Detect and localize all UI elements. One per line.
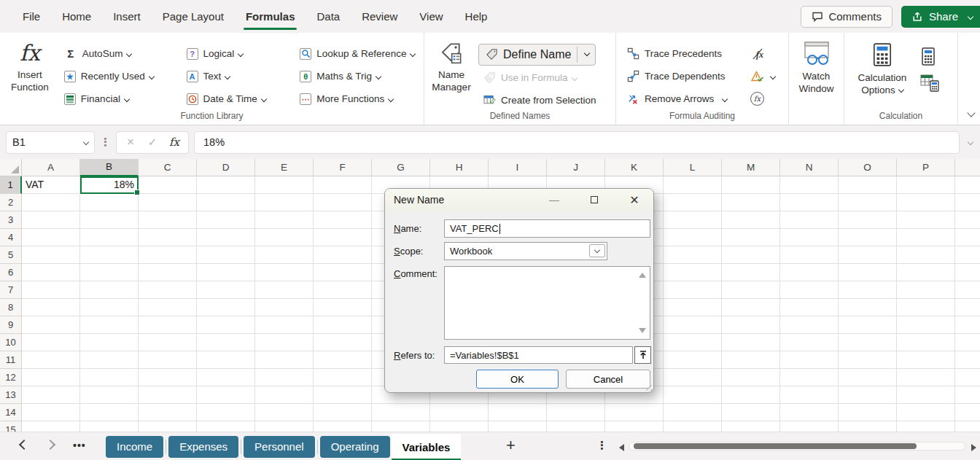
cell-o13[interactable] <box>839 386 897 404</box>
row-header-13[interactable]: 13 <box>0 386 22 404</box>
ribbon-button-lookup-reference[interactable]: Lookup & Reference <box>295 42 424 65</box>
column-header-o[interactable]: O <box>839 159 897 176</box>
cell-f1[interactable] <box>314 176 372 194</box>
ribbon-button-financial[interactable]: Financial <box>60 87 182 110</box>
use-in-formula-button[interactable]: fx Use in Formula <box>478 66 601 89</box>
row-header-7[interactable]: 7 <box>0 281 22 299</box>
cell-n10[interactable] <box>780 334 839 351</box>
row-header-12[interactable]: 12 <box>0 369 22 386</box>
cell-m13[interactable] <box>722 386 780 404</box>
insert-function-fx-button[interactable]: fx <box>163 136 185 149</box>
cell-m5[interactable] <box>722 246 780 264</box>
cell-e5[interactable] <box>255 246 314 264</box>
cell-p7[interactable] <box>897 281 955 299</box>
cell-l3[interactable] <box>664 211 722 229</box>
cell-b12[interactable] <box>80 369 139 386</box>
new-sheet-button[interactable]: + <box>506 437 516 453</box>
cell-b10[interactable] <box>80 334 139 351</box>
dialog-close-button[interactable]: ✕ <box>620 189 649 211</box>
ribbon-button-logical[interactable]: ?Logical <box>182 42 296 65</box>
cell-c7[interactable] <box>139 281 197 299</box>
column-header-m[interactable]: M <box>722 159 780 176</box>
cell-d2[interactable] <box>197 194 255 211</box>
cell-b7[interactable] <box>80 281 139 299</box>
cell-m3[interactable] <box>722 211 780 229</box>
cell-d4[interactable] <box>197 229 255 246</box>
sheet-nav-left-icon[interactable] <box>19 440 29 450</box>
cell-k15[interactable] <box>605 421 664 432</box>
cell-n5[interactable] <box>780 246 839 264</box>
cell-c6[interactable] <box>139 264 197 281</box>
cell-b9[interactable] <box>80 316 139 334</box>
cell-a14[interactable] <box>22 404 80 421</box>
cell-l5[interactable] <box>664 246 722 264</box>
name-box[interactable]: B1 <box>6 131 95 154</box>
ribbon-button-recently-used[interactable]: ★Recently Used <box>60 65 182 87</box>
row-header-9[interactable]: 9 <box>0 316 22 334</box>
comment-field-textarea[interactable] <box>444 266 650 340</box>
cell-e11[interactable] <box>255 351 314 369</box>
cell-c9[interactable] <box>139 316 197 334</box>
cell-m7[interactable] <box>722 281 780 299</box>
row-header-1[interactable]: 1 <box>0 176 22 194</box>
cell-m2[interactable] <box>722 194 780 211</box>
ribbon-button-date-time[interactable]: Date & Time <box>182 87 296 110</box>
column-header-f[interactable]: F <box>314 159 372 176</box>
create-from-selection-button[interactable]: Create from Selection <box>478 89 601 112</box>
cell-f10[interactable] <box>314 334 372 351</box>
sheet-tab-variables[interactable]: Variables <box>392 434 462 460</box>
cell-b6[interactable] <box>80 264 139 281</box>
cell-o10[interactable] <box>839 334 897 351</box>
row-header-6[interactable]: 6 <box>0 264 22 281</box>
cell-j14[interactable] <box>547 404 605 421</box>
cell-p3[interactable] <box>897 211 955 229</box>
cell-b15[interactable] <box>80 421 139 432</box>
cell-o8[interactable] <box>839 299 897 316</box>
cell-a3[interactable] <box>22 211 80 229</box>
row-header-14[interactable]: 14 <box>0 404 22 421</box>
horizontal-scrollbar[interactable] <box>629 442 965 451</box>
cell-l9[interactable] <box>664 316 722 334</box>
cell-o1[interactable] <box>839 176 897 194</box>
cell-m15[interactable] <box>722 421 780 432</box>
cell-f13[interactable] <box>314 386 372 404</box>
cell-p11[interactable] <box>897 351 955 369</box>
cell-a7[interactable] <box>22 281 80 299</box>
cancel-entry-button[interactable]: × <box>120 135 141 149</box>
cell-o7[interactable] <box>839 281 897 299</box>
cell-n14[interactable] <box>780 404 839 421</box>
row-header-2[interactable]: 2 <box>0 194 22 211</box>
column-header-e[interactable]: E <box>255 159 314 176</box>
cell-d12[interactable] <box>197 369 255 386</box>
row-header-15[interactable]: 15 <box>0 421 22 432</box>
row-header-4[interactable]: 4 <box>0 229 22 246</box>
cell-c5[interactable] <box>139 246 197 264</box>
cell-b4[interactable] <box>80 229 139 246</box>
calculation-options-button[interactable]: Calculation Options <box>847 38 917 111</box>
cell-m11[interactable] <box>722 351 780 369</box>
cell-d8[interactable] <box>197 299 255 316</box>
define-name-dropdown[interactable] <box>580 48 594 61</box>
cell-k14[interactable] <box>605 404 664 421</box>
cell-p9[interactable] <box>897 316 955 334</box>
ribbon-tab-page-layout[interactable]: Page Layout <box>152 0 235 33</box>
remove-arrows-button[interactable]: Remove Arrows <box>622 87 747 110</box>
all-sheets-button[interactable]: ••• <box>73 440 86 451</box>
cell-a11[interactable] <box>22 351 80 369</box>
sheet-tab-operating[interactable]: Operating <box>320 436 390 458</box>
cell-l12[interactable] <box>664 369 722 386</box>
collapse-dialog-button[interactable] <box>634 346 651 364</box>
cell-c2[interactable] <box>139 194 197 211</box>
trace-precedents-button[interactable]: Trace Precedents <box>622 42 747 65</box>
row-header-5[interactable]: 5 <box>0 246 22 264</box>
cell-e15[interactable] <box>255 421 314 432</box>
dialog-maximize-button[interactable] <box>580 189 609 211</box>
sheet-nav-right-icon[interactable] <box>45 440 55 450</box>
cell-f14[interactable] <box>314 404 372 421</box>
dialog-title-bar[interactable]: New Name <box>385 189 653 211</box>
column-header-a[interactable]: A <box>22 159 80 176</box>
cell-n1[interactable] <box>780 176 839 194</box>
cell-n13[interactable] <box>780 386 839 404</box>
row-header-11[interactable]: 11 <box>0 351 22 369</box>
horizontal-scrollbar-thumb[interactable] <box>634 443 917 449</box>
